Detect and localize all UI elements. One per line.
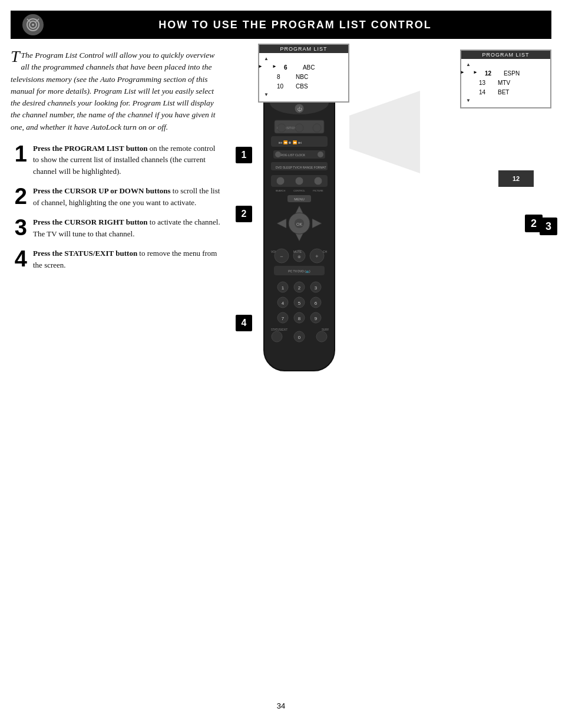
svg-text:7: 7 (282, 316, 285, 321)
svg-text:2: 2 (298, 285, 301, 291)
program-list-right: PROGRAM LIST ▲ ► 12 ESPN 13 MTV 14 BET (460, 50, 551, 108)
program-list-left-content: ▲ ► 6 ABC 8 NBC 10 CBS ▼ (259, 53, 348, 101)
page-number: 34 (0, 701, 562, 710)
step-2-text: Press the CURSOR UP or DOWN buttons to s… (33, 185, 223, 208)
svg-text:5: 5 (298, 301, 301, 306)
svg-text:9: 9 (315, 316, 318, 321)
program-list-right-title: PROGRAM LIST (461, 51, 550, 59)
svg-point-11 (277, 124, 286, 132)
channel-row-12: ► 12 ESPN (466, 69, 546, 78)
step-3: 3 Press the CURSOR RIGHT button to activ… (11, 216, 223, 239)
step-3-text: Press the CURSOR RIGHT button to activat… (33, 216, 223, 239)
channel-display: 12 (498, 170, 534, 187)
svg-text:PROG LIST  CLOCK: PROG LIST CLOCK (279, 153, 306, 157)
step-3-number: 3 (11, 216, 27, 239)
svg-point-13 (313, 124, 321, 132)
illustration-area: PROGRAM LIST ▲ ► 6 ABC 8 NBC 10 CBS (223, 50, 551, 409)
svg-text:CH: CH (323, 250, 328, 253)
step-4-number: 4 (11, 248, 27, 270)
svg-text:8: 8 (298, 316, 301, 321)
step-1-number: 1 (11, 143, 27, 165)
remote-control: ⏻ FW POSITION CC ⏮ ⏪ ⏺ ⏩ ⏭ (234, 76, 364, 391)
svg-text:4: 4 (282, 301, 285, 306)
page-header: How to Use the Program List Control (11, 11, 551, 39)
svg-text:DVD  SLEEP  TV/CH  RANGE  FORM: DVD SLEEP TV/CH RANGE FORMAT (276, 166, 326, 169)
header-icon (22, 14, 44, 35)
step-1-text: Press the PROGRAM LIST button on the rem… (33, 143, 223, 177)
svg-point-71 (316, 331, 327, 342)
step-4-text: Press the STATUS/EXIT button to remove t… (33, 248, 223, 271)
page-title: How to Use the Program List Control (51, 19, 540, 31)
channel-row-14: 14 BET (466, 88, 546, 97)
svg-text:MENU: MENU (294, 197, 305, 201)
svg-text:STATUS/EXIT: STATUS/EXIT (271, 328, 288, 331)
step-overlay-4: 4 (236, 315, 252, 331)
intro-text: TThe Program List Control will allow you… (11, 50, 223, 133)
svg-text:1: 1 (282, 285, 285, 291)
svg-text:SEARCH: SEARCH (276, 189, 286, 192)
step-2-number: 2 (11, 185, 27, 207)
svg-text:6: 6 (315, 301, 318, 306)
program-list-right-content: ▲ ► 12 ESPN 13 MTV 14 BET ▼ (461, 59, 550, 107)
arrow-down-left: ▼ (264, 91, 343, 99)
svg-text:⏮ ⏪ ⏺ ⏩ ⏭: ⏮ ⏪ ⏺ ⏩ ⏭ (279, 140, 302, 145)
channel-row-6: ► 6 ABC (264, 63, 343, 73)
arrow-up-right: ▲ (466, 61, 546, 69)
channel-row-8: 8 NBC (264, 73, 343, 82)
svg-text:PC  TV  DVD  (📺): PC TV DVD (📺) (288, 269, 310, 274)
svg-text:3: 3 (315, 285, 318, 291)
svg-text:0: 0 (298, 335, 301, 340)
arrow-up-left: ▲ (264, 55, 343, 63)
svg-point-19 (318, 151, 323, 157)
step-4: 4 Press the STATUS/EXIT button to remove… (11, 248, 223, 271)
svg-text:+: + (315, 253, 318, 259)
svg-text:MUTE: MUTE (293, 250, 302, 253)
svg-text:⊗: ⊗ (297, 255, 301, 259)
svg-point-12 (295, 124, 303, 132)
svg-text:⏻: ⏻ (297, 107, 302, 112)
step-overlay-2a: 2 (236, 206, 252, 222)
svg-text:CONTROL: CONTROL (293, 189, 305, 192)
channel-row-13: 13 MTV (466, 78, 546, 88)
left-column: TThe Program List Control will allow you… (11, 50, 223, 409)
step-1: 1 Press the PROGRAM LIST button on the r… (11, 143, 223, 177)
program-list-left: PROGRAM LIST ▲ ► 6 ABC 8 NBC 10 CBS (258, 44, 349, 103)
step-2: 2 Press the CURSOR UP or DOWN buttons to… (11, 185, 223, 208)
channel-row-10: 10 CBS (264, 82, 343, 91)
arrow-down-right: ▼ (466, 97, 546, 105)
step-overlay-3: 3 (540, 218, 557, 235)
svg-point-18 (275, 151, 281, 157)
svg-point-2 (32, 24, 34, 26)
svg-text:SURF: SURF (322, 328, 329, 331)
svg-point-24 (295, 177, 303, 185)
illustration: PROGRAM LIST ▲ ► 6 ABC 8 NBC 10 CBS (223, 44, 551, 409)
svg-point-25 (314, 177, 322, 185)
svg-point-23 (276, 177, 285, 185)
svg-text:PICTURE: PICTURE (313, 189, 323, 192)
svg-point-68 (272, 331, 282, 342)
svg-text:−: − (280, 253, 283, 259)
program-list-left-title: PROGRAM LIST (259, 45, 348, 53)
svg-text:OK: OK (296, 222, 302, 226)
step-overlay-1: 1 (236, 147, 252, 163)
